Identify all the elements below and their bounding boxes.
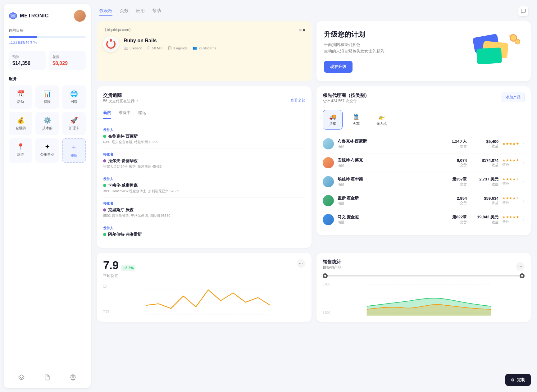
logo-text: METRONIC [20, 13, 49, 19]
status-dot-4 [103, 233, 106, 236]
topnav-links: 仪表板 页数 应用 帮助 [99, 7, 161, 16]
customize-button[interactable]: ⚙ 定制 [505, 374, 531, 386]
dealer-item-4: 马文·麦金尼 南区 第822章 交货 19,842 美元 收益 ★★★★★ [323, 210, 525, 229]
layers-icon[interactable] [18, 374, 25, 382]
progress-bar-background [9, 36, 86, 38]
dealers-title: 领先代理商（按类别） [323, 93, 369, 98]
dealer-arrow-0[interactable]: › [523, 141, 525, 146]
dealer-region-3: 南区 [338, 201, 439, 206]
addr-1: 里家大道2464号 梅萨, 新泽西州 45463 [103, 164, 305, 169]
course-nav-dots [299, 29, 305, 31]
course-lessons-text: 3 lesson [130, 46, 142, 50]
service-item-utilities[interactable]: ✦ 公用事业 [35, 138, 59, 163]
stars-1: ★★★★★ [502, 158, 519, 162]
dealer-arrow-3[interactable]: › [523, 198, 525, 203]
dealer-avatar-3 [323, 195, 334, 206]
dealer-info-3: 盖伊·霍金斯 南区 [338, 195, 439, 206]
tech-icon: ⚙️ [43, 116, 51, 124]
nav-apps[interactable]: 应用 [136, 7, 145, 16]
position-line-chart [111, 284, 305, 315]
service-item-add[interactable]: + 添新 [62, 138, 86, 163]
course-lessons: 📖 3 lesson [124, 46, 142, 50]
course-url-text: 【biqubiqu.com】 [103, 27, 133, 33]
upgrade-illustration: ⚙ [467, 33, 523, 70]
hospitality-icon: 📍 [17, 143, 25, 150]
dealer-stat-3: 2,954 交货 [442, 196, 467, 205]
dealer-stat-0: 1,240 人 交货 [442, 139, 467, 149]
service-item-tech[interactable]: ⚙️ 技术的 [35, 112, 59, 135]
dealer-arrow-4[interactable]: › [523, 217, 525, 222]
service-name-activity: 活动 [17, 99, 24, 104]
service-item-finance[interactable]: 💰 金融的 [9, 112, 32, 135]
dealers-subtitle: 总计 424,567 次交付 [323, 98, 369, 104]
dealer-stat-1: 6,074 交货 [442, 158, 467, 167]
upgrade-text: 升级您的计划 平面描图和我们多色 生动的未混合紫色头发女士的精彩 现在升级 [324, 30, 385, 73]
dealer-tab-train[interactable]: 🚆 火车 [346, 110, 366, 130]
addr-3: 8502 普雷斯顿路, 英格尔伍德, 缅因州 98380 [103, 213, 305, 218]
tab-shipping[interactable]: 船运 [138, 110, 146, 119]
dealer-name-3: 盖伊·霍金斯 [338, 195, 439, 201]
svg-point-7 [72, 377, 74, 378]
services-label: 服务 [9, 76, 86, 82]
settings-icon[interactable] [70, 374, 76, 382]
delivery-item-2: 发件人 卡梅伦·威廉姆森 3891 Ranchview 理查森博士, 加利福尼亚… [103, 173, 305, 198]
expense-label: 花费 [52, 55, 82, 59]
dealer-tab-drone[interactable]: 🚁 无人机 [370, 110, 393, 130]
delivery-item-3: 接收者 克里斯汀·沃森 8502 普雷斯顿路, 英格尔伍德, 缅因州 98380 [103, 198, 305, 222]
insurance-icon: 📊 [43, 90, 51, 98]
service-item-hospitality[interactable]: 📍 款待 [9, 138, 32, 163]
delivery-view-all[interactable]: 查看全部 [290, 98, 305, 103]
upgrade-title: 升级您的计划 [324, 30, 385, 39]
status-dot-3 [103, 208, 106, 212]
dealer-rating-3: ★★★★★ 评分 [502, 196, 519, 205]
utilities-icon: ✦ [45, 143, 50, 150]
add-product-button[interactable]: 添加产品 [502, 93, 525, 102]
dealer-region-2: 南区 [338, 182, 439, 187]
course-students: 👥 72 students [193, 46, 216, 50]
upgrade-card: 升级您的计划 平面描图和我们多色 生动的未混合紫色头发女士的精彩 现在升级 ⚙ [316, 21, 531, 81]
name-3: 克里斯汀·沃森 [103, 207, 305, 213]
service-item-insurance[interactable]: 📊 保险 [35, 85, 59, 109]
addr-2: 3891 Ranchview 理查森博士, 加利福尼亚州 62639 [103, 189, 305, 194]
dot-2 [303, 29, 305, 31]
position-more-button[interactable]: ··· [297, 259, 305, 268]
tab-new[interactable]: 新的 [103, 110, 111, 119]
dealer-arrow-1[interactable]: › [523, 160, 525, 165]
dealer-item-2: 埃丝特·霍华德 南区 第357章 交货 2,737 美元 收益 ★★★★★ [323, 172, 525, 191]
course-title: Ruby on Rails [124, 38, 305, 43]
service-item-network[interactable]: 🌐 网络 [62, 85, 86, 109]
dealer-name-2: 埃丝特·霍华德 [338, 176, 439, 182]
service-item-carecard[interactable]: 🚀 护理卡 [62, 112, 86, 135]
delivery-tabs: 新的 准备中 船运 [103, 110, 305, 119]
customize-label: 定制 [517, 377, 525, 383]
range-thumb-right[interactable] [520, 273, 525, 278]
nav-pages[interactable]: 页数 [120, 7, 129, 16]
avatar[interactable] [74, 10, 86, 22]
file-icon[interactable] [44, 374, 50, 382]
delivery-item-1: 接收者 拉尔夫·爱德华兹 里家大道2464号 梅萨, 新泽西州 45463 [103, 148, 305, 173]
addr-0: 6391 塔尔全塞寒斯, 特拉华州 10299 [103, 140, 305, 144]
nav-dashboard[interactable]: 仪表板 [99, 7, 112, 16]
nav-help[interactable]: 帮助 [152, 7, 161, 16]
service-item-activity[interactable]: 📅 活动 [9, 85, 32, 109]
tab-preparing[interactable]: 准备中 [119, 110, 131, 119]
role-4: 发件人 [103, 226, 305, 230]
lesson-icon: 📖 [124, 46, 128, 50]
dealer-arrow-2[interactable]: › [523, 179, 525, 184]
middle-row: 交货追踪 56 次交付正在进行中 查看全部 新的 准备中 船运 发件人 布鲁克林… [94, 86, 533, 253]
delivery-list: 发件人 布鲁克林·西蒙斯 6391 塔尔全塞寒斯, 特拉华州 10299 接收者… [103, 124, 305, 242]
finance-icon: 💰 [17, 116, 25, 124]
dealer-revenue-2: 2,737 美元 收益 [471, 176, 498, 187]
sales-more-button[interactable]: ··· [516, 262, 525, 271]
dealer-region-0: 南区 [338, 144, 439, 149]
network-icon: 🌐 [70, 90, 78, 98]
status-dot-0 [103, 135, 106, 138]
dealer-tab-truck[interactable]: 🚚 货车 [323, 110, 343, 130]
range-slider[interactable] [323, 275, 525, 276]
dealer-tabs: 🚚 货车 🚆 火车 🚁 无人机 [323, 110, 525, 130]
upgrade-button[interactable]: 现在升级 [324, 61, 353, 73]
chat-icon[interactable] [518, 6, 528, 16]
dealers-card: 领先代理商（按类别） 总计 424,567 次交付 添加产品 🚚 货车 🚆 火车… [316, 86, 531, 235]
position-number: 7.9 +2.2% [103, 259, 135, 272]
range-thumb-left[interactable] [323, 273, 328, 278]
